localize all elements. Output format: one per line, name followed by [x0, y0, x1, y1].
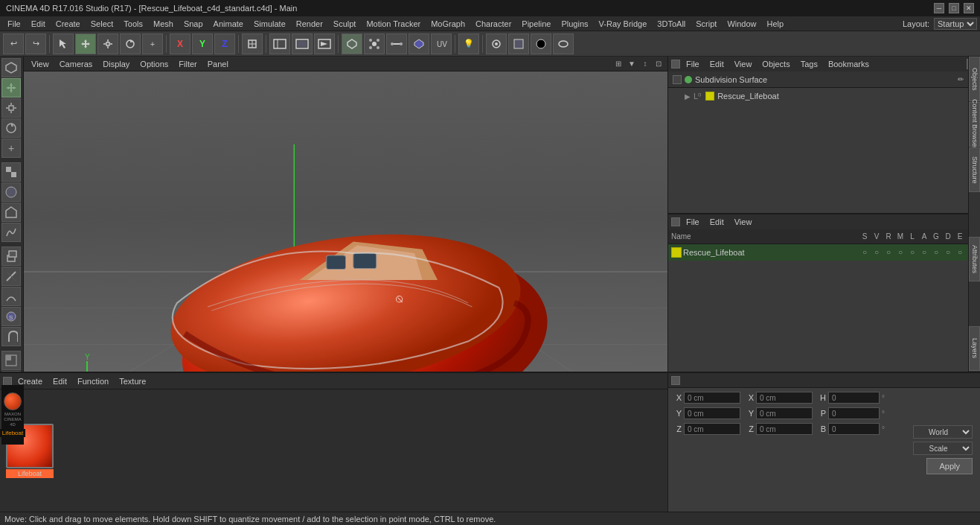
point-mode-button[interactable]	[364, 34, 385, 54]
ol-status-l[interactable]: ○	[907, 248, 917, 256]
prop-menu-edit[interactable]: Edit	[48, 375, 71, 387]
ol-menu-file[interactable]: File	[682, 216, 704, 228]
menu-file[interactable]: File	[3, 18, 25, 30]
ol-status-e[interactable]: ○	[955, 248, 965, 256]
knife-button[interactable]	[1, 267, 21, 286]
coord-system-dropdown[interactable]: World Object	[913, 425, 973, 439]
scale-left-button[interactable]	[1, 98, 21, 118]
om-menu-file[interactable]: File	[682, 58, 704, 70]
vp-menu-cameras[interactable]: Cameras	[55, 58, 97, 70]
close-button[interactable]: ✕	[964, 3, 974, 13]
menu-snap[interactable]: Snap	[179, 18, 208, 30]
morph-button[interactable]	[553, 34, 574, 54]
rescue-lifeboat-list-row[interactable]: Rescue_Lifeboat ○ ○ ○ ○ ○ ○ ○ ○ ○ ○	[668, 244, 980, 261]
maximize-button[interactable]: □	[949, 3, 959, 13]
move-left-button[interactable]	[1, 78, 21, 98]
om-menu-tags[interactable]: Tags	[796, 58, 822, 70]
menu-3dtoall[interactable]: 3DToAll	[653, 18, 690, 30]
light-button[interactable]: 💡	[458, 34, 479, 54]
extrude-button[interactable]	[1, 246, 21, 266]
menu-mograph[interactable]: MoGraph	[426, 18, 470, 30]
menu-vray[interactable]: V-Ray Bridge	[595, 18, 652, 30]
rot-b-value[interactable]: 0	[828, 423, 880, 435]
vp-icon-4[interactable]: ⊡	[653, 58, 664, 70]
local-coord-button[interactable]	[242, 34, 263, 54]
floor-button[interactable]	[1, 203, 21, 222]
vp-menu-options[interactable]: Options	[135, 58, 173, 70]
plus-tool-button[interactable]: +	[142, 34, 163, 54]
menu-sculpt[interactable]: Sculpt	[329, 18, 361, 30]
apply-button[interactable]: Apply	[926, 458, 973, 474]
menu-motion-tracker[interactable]: Motion Tracker	[362, 18, 425, 30]
polygon-mode-button[interactable]	[409, 34, 429, 54]
vp-icon-3[interactable]: ↕	[639, 58, 651, 70]
pos-y-value[interactable]: 0 cm	[684, 407, 740, 419]
prop-menu-function[interactable]: Function	[73, 375, 113, 387]
axis-x-button[interactable]: X	[170, 34, 190, 54]
menu-window[interactable]: Window	[723, 18, 760, 30]
material-sphere-button[interactable]	[1, 182, 21, 202]
ol-menu-edit[interactable]: Edit	[705, 216, 728, 228]
subdivision-surface-row[interactable]: Subdivision Surface ✏ ✓	[668, 71, 980, 88]
pos-z-value[interactable]: 0 cm	[684, 423, 740, 435]
ol-status-s[interactable]: ○	[859, 248, 870, 256]
ol-status-r[interactable]: ○	[883, 248, 894, 256]
viewport-3d[interactable]: View Cameras Display Options Filter Pane…	[24, 57, 667, 372]
checker-button[interactable]	[1, 162, 21, 182]
om-edit-pencil-icon[interactable]: ✏	[958, 75, 964, 83]
menu-help[interactable]: Help	[763, 18, 789, 30]
om-expand-checkbox[interactable]	[673, 75, 682, 84]
om-menu-view[interactable]: View	[730, 58, 757, 70]
ol-status-v[interactable]: ○	[871, 248, 882, 256]
snap-button[interactable]	[486, 34, 507, 54]
size-x-value[interactable]: 0 cm	[756, 392, 813, 404]
menu-select[interactable]: Select	[86, 18, 118, 30]
tab-layers[interactable]: Layers	[969, 326, 980, 371]
size-z-value[interactable]: 0 cm	[756, 423, 813, 435]
render-region-button[interactable]	[269, 34, 290, 54]
checker2-button[interactable]	[1, 351, 21, 370]
redo-button[interactable]: ↪	[25, 34, 46, 54]
render-active-button[interactable]	[292, 34, 313, 54]
tab-objects[interactable]: Objects	[969, 57, 980, 101]
plus-left-button[interactable]: +	[1, 139, 21, 158]
magnet-button[interactable]	[1, 327, 21, 346]
size-y-value[interactable]: 0 cm	[756, 407, 813, 419]
prop-menu-texture[interactable]: Texture	[115, 375, 150, 387]
rescue-lifeboat-row[interactable]: ▶ L⁰ Rescue_Lifeboat •	[668, 88, 980, 104]
vp-icon-1[interactable]: ⊞	[612, 58, 624, 70]
material-button[interactable]	[531, 34, 551, 54]
rotate-tool-button[interactable]	[120, 34, 141, 54]
vp-icon-2[interactable]: ▼	[626, 58, 638, 70]
deform-button[interactable]	[1, 223, 21, 242]
vp-menu-filter[interactable]: Filter	[174, 58, 201, 70]
rot-p-value[interactable]: 0	[828, 407, 880, 419]
vp-menu-display[interactable]: Display	[98, 58, 134, 70]
vp-menu-view[interactable]: View	[27, 58, 54, 70]
menu-create[interactable]: Create	[51, 18, 85, 30]
move-tool-button[interactable]	[75, 34, 96, 54]
om-menu-edit[interactable]: Edit	[705, 58, 728, 70]
axis-z-button[interactable]: Z	[214, 34, 235, 54]
edge-mode-button[interactable]	[386, 34, 407, 54]
rot-h-value[interactable]: 0	[828, 392, 880, 404]
menu-edit[interactable]: Edit	[27, 18, 50, 30]
axis-y-button[interactable]: Y	[192, 34, 213, 54]
paint-button[interactable]: S	[1, 307, 21, 326]
object-tool-button[interactable]	[1, 58, 21, 77]
uv-mode-button[interactable]: UV	[431, 34, 452, 54]
menu-simulate[interactable]: Simulate	[249, 18, 290, 30]
om-menu-objects[interactable]: Objects	[758, 58, 794, 70]
ol-status-m[interactable]: ○	[895, 248, 906, 256]
tab-content-browser[interactable]: Content Browser	[969, 102, 980, 147]
select-tool-button[interactable]	[53, 34, 74, 54]
menu-tools[interactable]: Tools	[119, 18, 147, 30]
pos-x-value[interactable]: 0 cm	[684, 392, 740, 404]
scale-tool-button[interactable]	[97, 34, 118, 54]
menu-plugins[interactable]: Plugins	[557, 18, 592, 30]
transform-mode-dropdown[interactable]: Scale Position Rotation	[913, 442, 973, 455]
bridge-button[interactable]	[1, 287, 21, 306]
texture-button[interactable]	[508, 34, 529, 54]
menu-script[interactable]: Script	[691, 18, 721, 30]
menu-animate[interactable]: Animate	[209, 18, 248, 30]
